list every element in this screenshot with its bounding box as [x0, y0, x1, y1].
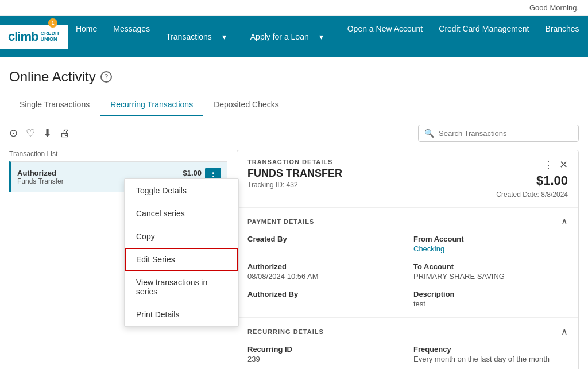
- recurring-field-id: Recurring ID 239: [247, 345, 402, 363]
- payment-field-authorized-by: Authorized By: [247, 290, 402, 308]
- dropdown-menu: Toggle Details Cancel series Copy Edit S…: [124, 178, 239, 327]
- transaction-status: Authorized: [17, 169, 175, 177]
- tab-single-transactions[interactable]: Single Transactions: [9, 94, 100, 116]
- more-options-button[interactable]: ⋮: [543, 158, 554, 171]
- payment-details-title: PAYMENT DETAILS: [247, 218, 314, 225]
- payment-field-from-account: From Account Checking: [413, 235, 568, 253]
- dropdown-edit-series[interactable]: Edit Series: [125, 248, 238, 271]
- payment-field-created-by: Created By: [247, 235, 402, 253]
- recurring-details-collapse-icon: ∧: [561, 326, 568, 337]
- greeting-text: Good Morning,: [529, 3, 579, 12]
- nav-list: Home Messages Transactions ▾ Apply for a…: [68, 16, 588, 57]
- tabs-container: Single Transactions Recurring Transactio…: [9, 94, 579, 116]
- nav-item-branches[interactable]: Branches: [537, 16, 587, 57]
- detail-tx-name: FUNDS TRANSFER: [247, 168, 342, 180]
- main-layout: Transaction List Authorized Funds Transf…: [9, 150, 579, 369]
- detail-header-left: TRANSACTION DETAILS FUNDS TRANSFER Track…: [247, 158, 342, 189]
- page-title-row: Online Activity ?: [9, 69, 579, 85]
- detail-panel: TRANSACTION DETAILS FUNDS TRANSFER Track…: [237, 150, 579, 369]
- recurring-field-frequency: Frequency Every month on the last day of…: [413, 345, 568, 363]
- tab-deposited-checks[interactable]: Deposited Checks: [203, 94, 289, 116]
- nav-item-credit-card[interactable]: Credit Card Management: [431, 16, 537, 57]
- tab-recurring-transactions[interactable]: Recurring Transactions: [100, 94, 203, 116]
- detail-section-title: TRANSACTION DETAILS: [247, 158, 342, 165]
- recurring-details-body: Recurring ID 239 Frequency Every month o…: [237, 345, 578, 369]
- detail-amount: $1.00: [536, 173, 568, 188]
- search-input[interactable]: [439, 129, 572, 138]
- detail-tracking: Tracking ID: 432: [247, 181, 342, 189]
- favorite-icon[interactable]: ♡: [26, 127, 35, 139]
- toolbar: ⊙ ♡ ⬇ 🖨 🔍: [9, 125, 579, 142]
- payment-details-body: Created By From Account Checking Authori…: [237, 235, 578, 317]
- recurring-details-section: RECURRING DETAILS ∧ Recurring ID 239 Fre…: [237, 317, 578, 369]
- messages-badge: 1: [48, 18, 57, 28]
- payment-field-description: Description test: [413, 290, 568, 308]
- close-button[interactable]: ✕: [559, 158, 568, 171]
- toolbar-left: ⊙ ♡ ⬇ 🖨: [9, 127, 70, 139]
- nav-item-messages[interactable]: Messages: [105, 16, 158, 57]
- search-icon: 🔍: [424, 129, 434, 138]
- logo-name: climb: [8, 29, 38, 44]
- list-header: Transaction List: [9, 150, 227, 158]
- detail-created-date: Created Date: 8/8/2024: [496, 191, 568, 199]
- logo-credit-union: CREDIT UNION: [40, 31, 60, 42]
- top-bar: Good Morning,: [0, 0, 588, 16]
- nav-item-apply-loan[interactable]: Apply for a Loan ▾: [242, 16, 339, 57]
- detail-header-right: ⋮ ✕ $1.00 Created Date: 8/8/2024: [496, 158, 568, 199]
- logo: climb CREDIT UNION: [0, 25, 68, 49]
- nav-item-open-account[interactable]: Open a New Account: [339, 16, 431, 57]
- download-icon[interactable]: ⬇: [43, 127, 52, 139]
- recurring-details-header[interactable]: RECURRING DETAILS ∧: [237, 318, 578, 345]
- detail-actions: ⋮ ✕: [543, 158, 568, 171]
- search-box[interactable]: 🔍: [418, 125, 579, 142]
- dropdown-view-series[interactable]: View transactions in series: [125, 271, 238, 303]
- recurring-details-title: RECURRING DETAILS: [247, 328, 324, 335]
- page-content: Online Activity ? Single Transactions Re…: [0, 57, 588, 369]
- filter-icon[interactable]: ⊙: [9, 127, 18, 139]
- help-icon[interactable]: ?: [100, 71, 112, 83]
- dropdown-cancel-series[interactable]: Cancel series: [125, 202, 238, 225]
- nav-item-home[interactable]: Home: [68, 16, 105, 57]
- print-icon[interactable]: 🖨: [60, 127, 70, 139]
- payment-details-collapse-icon: ∧: [561, 216, 568, 227]
- nav-item-transactions[interactable]: Transactions ▾: [158, 16, 242, 57]
- payment-details-header[interactable]: PAYMENT DETAILS ∧: [237, 208, 578, 235]
- payment-field-to-account: To Account PRIMARY SHARE SAVING: [413, 262, 568, 281]
- dropdown-toggle-details[interactable]: Toggle Details: [125, 179, 238, 202]
- dropdown-print-details[interactable]: Print Details: [125, 303, 238, 326]
- transaction-item-wrapper: Authorized Funds Transfer $1.00 8/8/2024…: [9, 161, 227, 192]
- payment-field-authorized: Authorized 08/08/2024 10:56 AM: [247, 262, 402, 281]
- transaction-list: Transaction List Authorized Funds Transf…: [9, 150, 227, 369]
- page-title: Online Activity: [9, 69, 96, 85]
- transaction-details-header: TRANSACTION DETAILS FUNDS TRANSFER Track…: [237, 150, 578, 207]
- transaction-amount: $1.00: [175, 169, 202, 177]
- dropdown-copy[interactable]: Copy: [125, 225, 238, 248]
- main-nav: climb CREDIT UNION 1 Home Messages Trans…: [0, 16, 588, 57]
- payment-details-section: PAYMENT DETAILS ∧ Created By From Accoun…: [237, 207, 578, 317]
